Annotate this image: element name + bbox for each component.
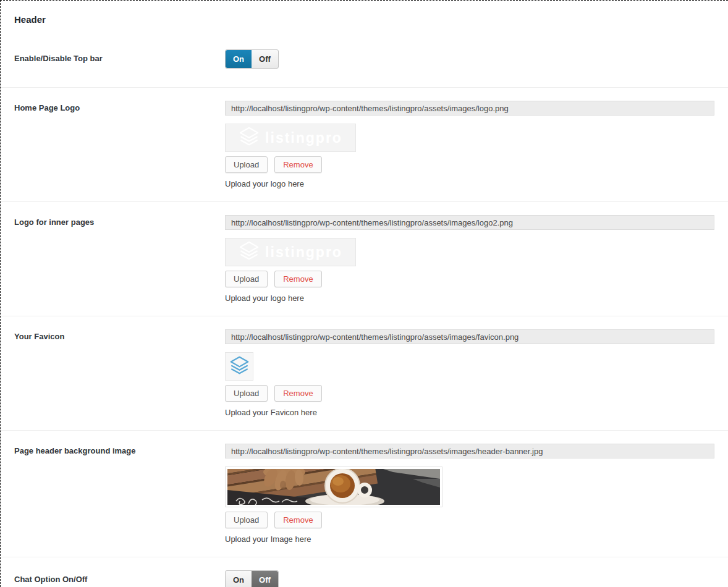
inner-logo-remove-button[interactable]: Remove bbox=[274, 271, 321, 287]
banner-label: Page header background image bbox=[14, 444, 225, 455]
banner-preview-image bbox=[225, 467, 442, 507]
favicon-preview bbox=[225, 352, 253, 381]
layers-icon bbox=[239, 126, 260, 150]
chat-toggle: On Off bbox=[225, 570, 279, 587]
field-row-chat: Chat Option On/Off On Off bbox=[1, 557, 728, 587]
logo-wordmark: listingpro bbox=[265, 130, 342, 146]
inner-logo-upload-button[interactable]: Upload bbox=[225, 271, 268, 287]
favicon-url-input[interactable] bbox=[225, 329, 714, 344]
field-row-topbar: Enable/Disable Top bar On Off bbox=[1, 25, 728, 88]
inner-logo-helper: Upload your logo here bbox=[225, 294, 714, 303]
banner-buttons: Upload Remove bbox=[225, 512, 714, 528]
chat-on-button[interactable]: On bbox=[226, 571, 252, 587]
favicon-helper: Upload your Favicon here bbox=[225, 408, 714, 417]
home-logo-remove-button[interactable]: Remove bbox=[274, 156, 321, 173]
favicon-control: Upload Remove Upload your Favicon here bbox=[225, 329, 714, 417]
topbar-label: Enable/Disable Top bar bbox=[14, 49, 225, 63]
banner-control: Upload Remove Upload your Image here bbox=[225, 444, 714, 544]
topbar-off-button[interactable]: Off bbox=[252, 50, 278, 68]
inner-logo-preview: listingpro bbox=[225, 238, 356, 266]
topbar-control: On Off bbox=[225, 49, 714, 69]
inner-logo-url-input[interactable] bbox=[225, 215, 714, 230]
favicon-remove-button[interactable]: Remove bbox=[274, 385, 321, 402]
home-logo-label: Home Page Logo bbox=[14, 101, 225, 112]
field-row-inner-logo: Logo for inner pages listingpro Upload R… bbox=[1, 202, 728, 316]
layers-icon bbox=[239, 240, 260, 264]
chat-off-button[interactable]: Off bbox=[252, 571, 278, 587]
logo-wordmark: listingpro bbox=[265, 244, 342, 261]
header-settings-panel: Header Enable/Disable Top bar On Off Hom… bbox=[0, 0, 728, 587]
page-title: Header bbox=[14, 14, 728, 25]
chat-label: Chat Option On/Off bbox=[14, 570, 225, 584]
favicon-upload-button[interactable]: Upload bbox=[225, 385, 268, 402]
inner-logo-label: Logo for inner pages bbox=[14, 215, 225, 227]
home-logo-helper: Upload your logo here bbox=[225, 179, 714, 188]
chat-control: On Off bbox=[225, 570, 714, 587]
banner-upload-button[interactable]: Upload bbox=[225, 512, 268, 528]
inner-logo-buttons: Upload Remove bbox=[225, 271, 714, 287]
favicon-label: Your Favicon bbox=[14, 329, 225, 341]
banner-url-input[interactable] bbox=[225, 444, 714, 458]
banner-remove-button[interactable]: Remove bbox=[274, 512, 321, 528]
home-logo-preview: listingpro bbox=[225, 124, 356, 152]
home-logo-control: listingpro Upload Remove Upload your log… bbox=[225, 101, 714, 188]
layers-icon bbox=[229, 355, 250, 378]
field-row-header-banner: Page header background image bbox=[1, 431, 728, 557]
field-row-favicon: Your Favicon Upload Remove Upload your F… bbox=[1, 316, 728, 431]
field-row-home-logo: Home Page Logo listingpro Upload Remove … bbox=[1, 88, 728, 202]
inner-logo-control: listingpro Upload Remove Upload your log… bbox=[225, 215, 714, 303]
home-logo-url-input[interactable] bbox=[225, 101, 714, 116]
home-logo-buttons: Upload Remove bbox=[225, 156, 714, 173]
topbar-on-button[interactable]: On bbox=[226, 50, 252, 68]
favicon-buttons: Upload Remove bbox=[225, 385, 714, 402]
home-logo-upload-button[interactable]: Upload bbox=[225, 156, 268, 173]
topbar-toggle: On Off bbox=[225, 49, 279, 69]
banner-helper: Upload your Image here bbox=[225, 534, 714, 544]
